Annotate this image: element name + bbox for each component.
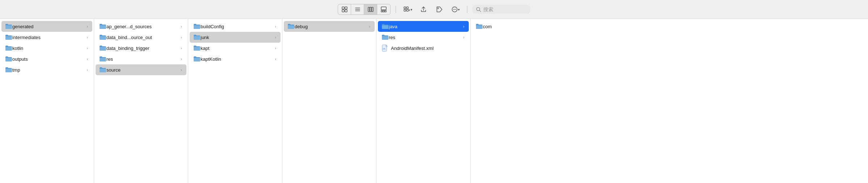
folder-icon <box>382 34 389 40</box>
svg-rect-7 <box>368 7 370 12</box>
list-item[interactable]: buildConfig › <box>190 21 281 32</box>
list-item[interactable]: outputs › <box>1 54 92 64</box>
item-name: ap_gener...d_sources <box>106 24 179 29</box>
list-item[interactable]: res › <box>96 54 186 64</box>
xml-file-icon: XML <box>382 45 389 51</box>
chevron-icon: › <box>181 46 182 50</box>
svg-rect-8 <box>370 7 371 12</box>
list-item[interactable]: generated › <box>1 21 92 32</box>
list-item[interactable]: com <box>472 21 867 32</box>
item-name: buildConfig <box>201 24 273 29</box>
item-name: com <box>483 24 862 29</box>
svg-point-22 <box>455 9 456 10</box>
item-name: java <box>389 24 462 29</box>
list-item[interactable]: intermediates › <box>1 32 92 43</box>
column-1: generated › intermediates › kotlin › o <box>0 19 94 183</box>
grid-view-button[interactable] <box>338 4 351 14</box>
chevron-icon: › <box>463 24 464 29</box>
item-name: res <box>106 56 179 62</box>
folder-icon <box>193 34 201 40</box>
list-view-button[interactable] <box>351 4 364 14</box>
svg-rect-12 <box>383 10 384 12</box>
list-item[interactable]: junk › <box>190 32 281 43</box>
share-button[interactable] <box>417 4 430 14</box>
view-mode-group <box>338 4 391 15</box>
item-name: junk <box>201 35 273 40</box>
svg-point-20 <box>453 9 454 10</box>
folder-icon <box>99 67 106 73</box>
item-name: debug <box>295 24 367 29</box>
folder-icon <box>5 34 12 40</box>
apps-dropdown-button[interactable]: ▾ <box>401 4 414 14</box>
more-button[interactable]: ▾ <box>449 4 462 14</box>
item-name: outputs <box>12 56 85 62</box>
item-name: data_binding_trigger <box>106 46 179 51</box>
item-name: source <box>106 67 179 73</box>
chevron-icon: › <box>275 57 276 61</box>
svg-rect-15 <box>406 7 408 9</box>
chevron-icon: › <box>181 35 182 39</box>
chevron-icon: › <box>87 46 88 50</box>
folder-icon <box>382 24 389 29</box>
svg-rect-11 <box>381 10 383 12</box>
separator-2 <box>467 6 467 13</box>
list-item[interactable]: data_bind...ource_out › <box>96 32 186 43</box>
item-name: kaptKotlin <box>201 56 273 62</box>
folder-icon <box>193 45 201 51</box>
list-item[interactable]: ap_gener...d_sources › <box>96 21 186 32</box>
folder-icon <box>99 24 106 29</box>
svg-rect-0 <box>342 7 344 9</box>
svg-rect-1 <box>345 7 347 9</box>
svg-rect-3 <box>345 10 347 12</box>
item-name: intermediates <box>12 35 85 40</box>
list-item[interactable]: kapt › <box>190 43 281 54</box>
item-name: tmp <box>12 67 85 73</box>
list-item[interactable]: tmp › <box>1 64 92 75</box>
folder-icon <box>5 45 12 51</box>
search-input[interactable] <box>483 7 527 12</box>
column-2: ap_gener...d_sources › data_bind...ource… <box>94 19 188 183</box>
list-item[interactable]: java › <box>378 21 469 32</box>
tag-button[interactable] <box>433 4 446 14</box>
search-box[interactable] <box>472 5 530 14</box>
list-item[interactable]: XML AndroidManifest.xml <box>378 43 469 54</box>
list-item[interactable]: data_binding_trigger › <box>96 43 186 54</box>
chevron-icon: › <box>181 68 182 72</box>
folder-icon <box>5 24 12 29</box>
chevron-icon: › <box>463 35 464 39</box>
column-3: buildConfig › junk › kapt › kaptKotlin <box>188 19 282 183</box>
column-4: debug › <box>282 19 376 183</box>
separator-1 <box>396 6 396 13</box>
chevron-icon: › <box>275 35 276 39</box>
item-name: generated <box>12 24 85 29</box>
chevron-icon: › <box>181 24 182 29</box>
folder-icon <box>476 24 483 29</box>
folder-icon <box>287 24 295 29</box>
list-item[interactable]: source › <box>96 64 186 75</box>
folder-icon <box>193 56 201 62</box>
folder-icon <box>99 45 106 51</box>
svg-point-21 <box>454 9 455 10</box>
item-name: res <box>389 35 462 40</box>
toolbar: ▾ ▾ <box>0 0 868 19</box>
chevron-icon: › <box>275 46 276 50</box>
list-item[interactable]: kaptKotlin › <box>190 54 281 64</box>
list-item[interactable]: kotlin › <box>1 43 92 54</box>
item-name: kapt <box>201 46 273 51</box>
folder-icon <box>193 24 201 29</box>
column-view-button[interactable] <box>364 4 377 14</box>
gallery-view-button[interactable] <box>377 4 390 14</box>
list-item[interactable]: res › <box>378 32 469 43</box>
list-item[interactable]: debug › <box>284 21 375 32</box>
folder-icon <box>5 56 12 62</box>
folder-icon <box>99 56 106 62</box>
svg-rect-9 <box>372 7 373 12</box>
item-name: AndroidManifest.xml <box>391 46 464 51</box>
svg-point-18 <box>438 8 439 9</box>
chevron-icon: › <box>87 24 88 29</box>
svg-rect-17 <box>406 9 408 11</box>
svg-rect-2 <box>342 10 344 12</box>
item-name: data_bind...ource_out <box>106 35 179 40</box>
chevron-icon: › <box>87 57 88 61</box>
item-name: kotlin <box>12 46 85 51</box>
